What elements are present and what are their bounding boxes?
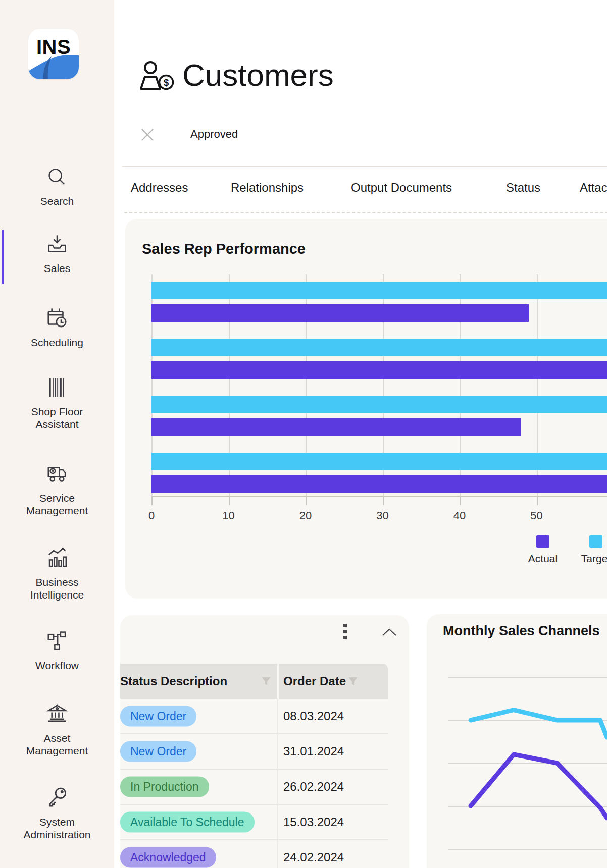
orders-table: Status Description Order Date New Order0… — [120, 664, 388, 868]
sidebar-item-asset-management[interactable]: Asset Management — [0, 702, 114, 757]
close-icon[interactable] — [140, 128, 155, 142]
sidebar-item-label: Scheduling — [0, 336, 114, 349]
tab-addresses[interactable]: Addresses — [131, 181, 188, 195]
tab-relationships[interactable]: Relationships — [231, 181, 304, 195]
customer-dollar-icon: $ — [137, 61, 176, 92]
service-truck-icon — [45, 462, 69, 485]
header-divider — [122, 166, 607, 167]
order-date-cell: 26.02.2024 — [283, 780, 344, 794]
status-badge: In Production — [120, 777, 209, 797]
axis-tick — [537, 497, 538, 505]
bar-chart-plot — [151, 274, 607, 496]
app-logo[interactable]: INS — [28, 29, 79, 79]
status-badge: New Order — [120, 741, 196, 762]
logo-text: INS — [28, 36, 79, 59]
table-row[interactable]: Available To Schedule15.03.2024 — [120, 805, 388, 840]
target-bar — [151, 396, 607, 413]
sidebar-item-scheduling[interactable]: Scheduling — [0, 307, 114, 349]
order-date-cell: 31.01.2024 — [283, 744, 344, 758]
tab-output-documents[interactable]: Output Documents — [351, 181, 452, 195]
actual-line-series — [471, 754, 607, 818]
chevron-up-icon[interactable] — [382, 628, 397, 636]
legend-item-target: Target — [563, 535, 607, 565]
x-axis-line — [151, 496, 607, 497]
sidebar-item-system-administration[interactable]: System Administration — [0, 786, 114, 841]
axis-tick-label: 40 — [444, 509, 475, 522]
column-separator — [277, 699, 278, 733]
funnel-icon[interactable] — [347, 675, 359, 687]
status-badge: Available To Schedule — [120, 812, 255, 833]
table-body: New Order08.03.2024New Order31.01.2024In… — [120, 699, 388, 868]
table-row[interactable]: New Order31.01.2024 — [120, 734, 388, 770]
target-legend-swatch — [589, 535, 602, 548]
column-header-order-date[interactable]: Order Date — [283, 664, 346, 699]
app-window: { "app": { "logo_text": "INS" }, "colors… — [0, 0, 607, 868]
actual-bar — [151, 361, 607, 379]
sidebar-item-workflow[interactable]: Workflow — [0, 630, 114, 672]
sidebar-item-label: Asset Management — [14, 732, 100, 757]
legend-label: Target — [563, 553, 607, 565]
content-divider — [124, 212, 607, 213]
column-separator — [277, 770, 278, 804]
column-separator — [277, 805, 278, 839]
monthly-sales-channels-card: Monthly Sales Channels — [427, 614, 607, 868]
column-separator — [277, 664, 279, 699]
target-bar — [151, 453, 607, 470]
search-icon — [46, 167, 68, 189]
key-icon — [45, 786, 69, 809]
axis-tick — [229, 497, 230, 505]
sidebar-item-service-management[interactable]: Service Management — [0, 462, 114, 517]
axis-tick-label: 0 — [136, 509, 167, 522]
sidebar-item-label: Service Management — [14, 492, 100, 517]
axis-tick — [460, 497, 461, 505]
sidebar-item-business-intelligence[interactable]: Business Intelligence — [0, 547, 114, 601]
column-separator — [277, 840, 278, 868]
tab-status[interactable]: Status — [506, 181, 540, 195]
filter-chip-label: Approved — [190, 128, 238, 141]
axis-tick-label: 10 — [214, 509, 244, 522]
chart-title: Sales Rep Performance — [142, 241, 306, 257]
barcode-icon — [45, 376, 69, 399]
target-bar — [151, 339, 607, 356]
table-header-row: Status Description Order Date — [120, 664, 388, 699]
status-badge: Acknowledged — [120, 847, 216, 868]
axis-tick-label: 20 — [290, 509, 321, 522]
line-chart — [427, 614, 607, 868]
axis-tick-label: 30 — [368, 509, 398, 522]
bank-icon — [45, 702, 69, 726]
calendar-clock-icon — [45, 307, 69, 330]
sidebar: INS Search Sales — [0, 0, 114, 868]
table-row[interactable]: New Order08.03.2024 — [120, 699, 388, 734]
order-date-cell: 15.03.2024 — [283, 815, 344, 829]
target-line-series — [471, 710, 607, 737]
funnel-icon[interactable] — [260, 675, 272, 687]
axis-tick — [151, 497, 153, 505]
kebab-menu-icon[interactable] — [343, 624, 347, 642]
actual-legend-swatch — [536, 535, 549, 548]
sidebar-item-label: Sales — [0, 262, 114, 275]
table-row[interactable]: Acknowledged24.02.2024 — [120, 840, 388, 868]
order-date-cell: 08.03.2024 — [283, 709, 344, 723]
sales-rep-performance-card: Sales Rep Performance 01020304050 Actual… — [125, 219, 607, 599]
sidebar-item-label: Workflow — [0, 659, 114, 672]
column-header-status-description[interactable]: Status Description — [120, 664, 227, 699]
target-bar — [151, 282, 607, 299]
sidebar-item-shop-floor-assistant[interactable]: Shop Floor Assistant — [0, 376, 114, 430]
actual-bar — [151, 418, 521, 436]
axis-tick — [383, 497, 384, 505]
sidebar-item-search[interactable]: Search — [0, 167, 114, 207]
actual-bar — [151, 304, 529, 322]
sales-tray-icon — [46, 234, 68, 256]
main-content: $ Customers Approved Addresses Relations… — [114, 0, 607, 868]
status-badge: New Order — [120, 706, 196, 727]
sidebar-item-sales[interactable]: Sales — [0, 234, 114, 275]
actual-bar — [151, 475, 607, 493]
tab-attachments[interactable]: Attachments — [580, 181, 607, 195]
axis-tick-label: 50 — [522, 509, 552, 522]
axis-tick — [306, 497, 307, 505]
sidebar-item-label: Shop Floor Assistant — [19, 405, 95, 430]
workflow-nodes-icon — [45, 630, 69, 653]
table-row[interactable]: In Production26.02.2024 — [120, 770, 388, 805]
sidebar-item-label: Business Intelligence — [19, 576, 95, 601]
svg-text:$: $ — [164, 77, 169, 88]
